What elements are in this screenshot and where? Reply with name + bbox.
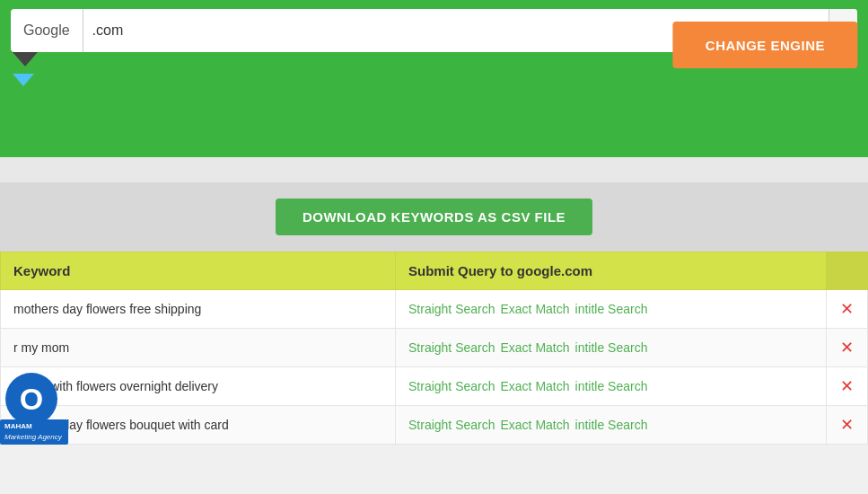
query-actions: Straight Search Exact Match intitle Sear… <box>408 418 813 432</box>
keyword-cell: mothers day flowers free shipping <box>1 290 396 329</box>
keyword-col-header: Keyword <box>1 252 396 290</box>
table-row: mothers day flowers bouquet with card St… <box>1 406 868 445</box>
keywords-table: Keyword Submit Query to google.com mothe… <box>0 251 868 445</box>
watermark-circle: O <box>5 373 57 425</box>
delete-row-button[interactable]: ✕ <box>840 338 854 357</box>
dropdown-arrows <box>13 52 38 86</box>
intitle-search-link[interactable]: intitle Search <box>575 302 648 316</box>
query-col-engine: google.com <box>517 263 592 278</box>
watermark-text: MAHAM Marketing Agency <box>0 419 68 445</box>
query-actions-cell: Straight Search Exact Match intitle Sear… <box>396 367 827 406</box>
arrow-blue-icon <box>13 74 34 86</box>
query-actions: Straight Search Exact Match intitle Sear… <box>408 379 813 393</box>
delete-cell: ✕ <box>827 329 868 367</box>
straight-search-link[interactable]: Straight Search <box>408 302 495 316</box>
table-row: g kets with flowers overnight delivery S… <box>1 367 868 406</box>
table-row: r my mom Straight Search Exact Match int… <box>1 329 868 367</box>
keyword-cell: r my mom <box>1 329 396 367</box>
query-actions-cell: Straight Search Exact Match intitle Sear… <box>396 329 827 367</box>
arrow-white-icon <box>27 164 45 175</box>
intitle-search-link[interactable]: intitle Search <box>575 418 648 432</box>
watermark-area: O MAHAM Marketing Agency <box>0 380 74 445</box>
exact-match-link[interactable]: Exact Match <box>501 379 570 393</box>
table-row: mothers day flowers free shipping Straig… <box>1 290 868 329</box>
delete-row-button[interactable]: ✕ <box>840 299 854 319</box>
watermark-line2: Marketing Agency <box>4 433 62 441</box>
engine-label: Google <box>11 9 83 52</box>
intitle-search-link[interactable]: intitle Search <box>575 379 648 393</box>
delete-row-button[interactable]: ✕ <box>840 415 854 435</box>
straight-search-link[interactable]: Straight Search <box>408 379 495 393</box>
action-col-header <box>827 252 868 290</box>
arrow-divider <box>0 157 868 182</box>
query-actions-cell: Straight Search Exact Match intitle Sear… <box>396 290 827 329</box>
watermark-container: O MAHAM Marketing Agency <box>0 380 74 445</box>
table-section: Keyword Submit Query to google.com mothe… <box>0 251 868 445</box>
exact-match-link[interactable]: Exact Match <box>501 302 570 316</box>
table-header-row: Keyword Submit Query to google.com <box>1 252 868 290</box>
straight-search-link[interactable]: Straight Search <box>408 340 495 355</box>
query-actions: Straight Search Exact Match intitle Sear… <box>408 302 813 316</box>
top-bar: Google CHANGE ENGINE <box>0 0 868 157</box>
query-col-prefix: Submit Query to <box>408 263 517 278</box>
exact-match-link[interactable]: Exact Match <box>501 418 570 432</box>
intitle-search-link[interactable]: intitle Search <box>575 340 648 355</box>
change-engine-button[interactable]: CHANGE ENGINE <box>673 22 857 68</box>
watermark-line1: MAHAM <box>4 422 32 430</box>
delete-cell: ✕ <box>827 367 868 406</box>
arrow-dark-icon <box>13 52 38 66</box>
exact-match-link[interactable]: Exact Match <box>501 340 570 355</box>
delete-cell: ✕ <box>827 406 868 445</box>
table-body: mothers day flowers free shipping Straig… <box>1 290 868 445</box>
delete-row-button[interactable]: ✕ <box>840 376 854 396</box>
delete-cell: ✕ <box>827 290 868 329</box>
query-actions: Straight Search Exact Match intitle Sear… <box>408 340 813 355</box>
query-actions-cell: Straight Search Exact Match intitle Sear… <box>396 406 827 445</box>
query-col-header: Submit Query to google.com <box>396 252 827 290</box>
download-csv-button[interactable]: DOWNLOAD KEYWORDS AS CSV FILE <box>276 198 592 235</box>
watermark-o-letter: O <box>20 382 43 417</box>
straight-search-link[interactable]: Straight Search <box>408 418 495 432</box>
middle-section: DOWNLOAD KEYWORDS AS CSV FILE <box>0 182 868 251</box>
